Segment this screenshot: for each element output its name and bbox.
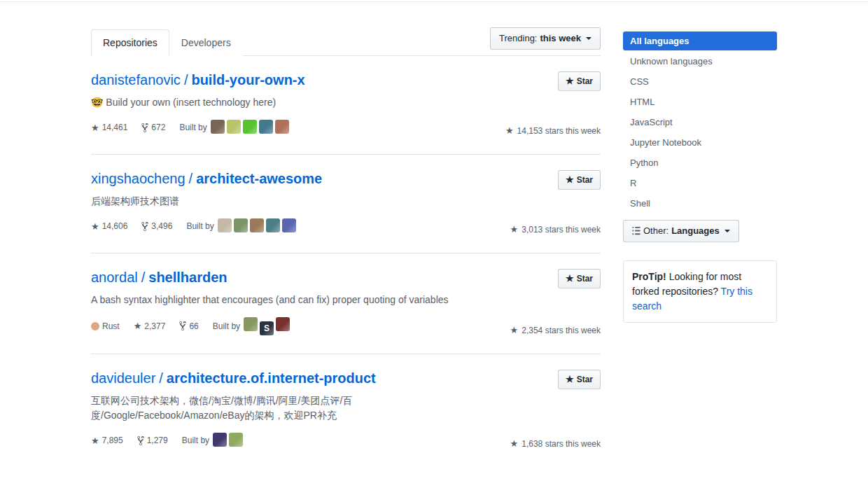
star-icon: ★	[510, 225, 519, 234]
repo-name: architecture.of.internet-product	[167, 370, 376, 386]
sidebar: All languages Unknown languages CSS HTML…	[623, 27, 777, 323]
repo-actions: ★ Star ★ 14,153 stars this week	[496, 71, 601, 136]
built-by-avatars	[211, 433, 243, 449]
star-button[interactable]: ★ Star	[558, 370, 601, 389]
repo-separator: /	[189, 171, 193, 186]
trending-label: Trending:	[499, 32, 537, 46]
star-icon: ★	[510, 326, 519, 335]
language-filter-unknown-languages[interactable]: Unknown languages	[623, 52, 777, 71]
star-button[interactable]: ★ Star	[558, 71, 601, 91]
repo-meta: ★ 14,461 672 Built by	[91, 120, 496, 136]
avatar[interactable]	[243, 120, 257, 134]
repo-link[interactable]: xingshaocheng/architect-awesome	[91, 171, 322, 186]
language-filter-list: All languages Unknown languages CSS HTML…	[623, 32, 777, 213]
repo-actions: ★ Star ★ 3,013 stars this week	[496, 170, 601, 235]
protip-lead: ProTip!	[632, 271, 666, 282]
repo-actions: ★ Star ★ 1,638 stars this week	[496, 370, 601, 449]
star-icon: ★	[566, 274, 574, 283]
avatar[interactable]	[234, 218, 248, 232]
repo-meta: ★ 14,606 3,496 Built by	[91, 218, 496, 235]
fork-icon	[141, 221, 148, 232]
star-icon: ★	[91, 222, 99, 231]
avatar[interactable]	[266, 218, 280, 232]
fork-icon	[179, 321, 186, 331]
protip-box: ProTip! Looking for most forked reposito…	[623, 260, 777, 323]
built-by-avatars	[216, 218, 296, 235]
star-count: ★ 14,606	[91, 221, 127, 231]
repo-owner: anordal	[91, 270, 138, 285]
repo-description: 🤓 Build your own (insert technology here…	[91, 95, 496, 110]
repo-owner: danistefanovic	[91, 72, 181, 88]
main-column: Repositories Developers Trending: this w…	[91, 27, 601, 467]
repo-name: build-your-own-x	[191, 72, 304, 88]
avatar[interactable]	[229, 433, 243, 447]
star-button[interactable]: ★ Star	[558, 269, 601, 288]
repo-separator: /	[159, 370, 163, 386]
star-icon: ★	[566, 175, 574, 184]
avatar[interactable]	[250, 218, 264, 232]
fork-icon	[137, 435, 144, 446]
avatar[interactable]	[211, 120, 225, 134]
avatar[interactable]	[276, 317, 290, 331]
star-button[interactable]: ★ Star	[558, 170, 601, 190]
repo-item: anordal/shellharden A bash syntax highli…	[91, 253, 601, 354]
tab-repositories[interactable]: Repositories	[91, 29, 169, 56]
language-filter-jupyter-notebook[interactable]: Jupyter Notebook	[623, 133, 777, 152]
repo-item: danistefanovic/build-your-own-x 🤓 Build …	[91, 56, 601, 154]
language-filter-html[interactable]: HTML	[623, 92, 777, 111]
fork-count: 3,496	[141, 221, 172, 232]
avatar[interactable]	[227, 120, 241, 134]
fork-count: 1,279	[137, 435, 168, 446]
language-filter-css[interactable]: CSS	[623, 72, 777, 91]
language-filter-shell[interactable]: Shell	[623, 194, 777, 213]
star-count: ★ 2,377	[134, 321, 166, 331]
repo-info: anordal/shellharden A bash syntax highli…	[91, 269, 496, 335]
repo-language: Rust	[91, 321, 120, 331]
repo-actions: ★ Star ★ 2,354 stars this week	[496, 269, 601, 335]
repo-title: davideuler/architecture.of.internet-prod…	[91, 370, 496, 386]
other-value: Languages	[671, 224, 720, 238]
built-by: Built by	[182, 433, 243, 449]
language-dot	[91, 322, 99, 330]
language-filter-r[interactable]: R	[623, 174, 777, 193]
fork-count: 672	[141, 123, 165, 133]
repo-link[interactable]: danistefanovic/build-your-own-x	[91, 72, 305, 88]
trending-range-dropdown[interactable]: Trending: this week	[490, 27, 601, 50]
list-icon	[632, 225, 640, 236]
star-icon: ★	[566, 76, 574, 85]
other-languages-dropdown[interactable]: Other: Languages	[623, 220, 739, 242]
repo-title: danistefanovic/build-your-own-x	[91, 71, 496, 88]
avatar[interactable]	[218, 218, 232, 232]
repo-meta: Rust ★ 2,377 66 Built by S	[91, 317, 496, 335]
repo-link[interactable]: davideuler/architecture.of.internet-prod…	[91, 370, 376, 386]
star-count: ★ 7,895	[91, 435, 123, 445]
star-icon: ★	[505, 126, 514, 135]
repo-separator: /	[184, 72, 188, 88]
avatar[interactable]	[259, 120, 273, 134]
repo-link[interactable]: anordal/shellharden	[91, 270, 227, 285]
repo-owner: davideuler	[91, 370, 155, 386]
stars-this-week: ★ 2,354 stars this week	[510, 326, 601, 335]
language-filter-python[interactable]: Python	[623, 153, 777, 172]
avatar[interactable]	[282, 218, 296, 232]
repo-title: xingshaocheng/architect-awesome	[91, 170, 496, 187]
tab-developers[interactable]: Developers	[169, 29, 243, 56]
avatar[interactable]	[213, 433, 227, 447]
trending-range-value: this week	[540, 32, 581, 46]
repo-description: 互联网公司技术架构，微信/淘宝/微博/腾讯/阿里/美团点评/百度/Google/…	[91, 393, 444, 423]
caret-down-icon	[724, 230, 730, 235]
language-filter-all-languages[interactable]: All languages	[623, 32, 777, 50]
repo-item: davideuler/architecture.of.internet-prod…	[91, 354, 601, 467]
other-label: Other:	[643, 224, 668, 238]
built-by: Built by	[179, 120, 288, 136]
avatar[interactable]	[275, 120, 289, 134]
built-by-avatars	[209, 120, 289, 136]
avatar[interactable]	[244, 317, 258, 331]
built-by: Built by	[186, 218, 295, 235]
repo-title: anordal/shellharden	[91, 269, 496, 286]
fork-icon	[141, 123, 148, 133]
avatar[interactable]: S	[260, 321, 274, 335]
star-icon: ★	[566, 375, 574, 384]
star-icon: ★	[91, 436, 99, 445]
language-filter-javascript[interactable]: JavaScript	[623, 113, 777, 132]
